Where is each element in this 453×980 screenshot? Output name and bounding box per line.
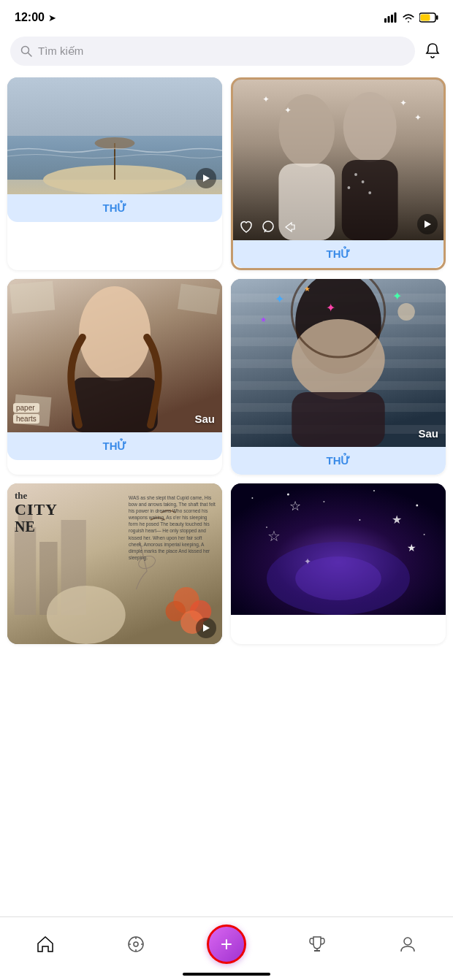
city-title: the CITY NE (15, 491, 58, 535)
svg-rect-3 (395, 12, 397, 23)
play-icon-city (196, 618, 216, 638)
svg-rect-0 (384, 18, 387, 23)
deco-star-1: ✦ (262, 94, 270, 104)
status-time: 12:00 (15, 11, 45, 24)
card-girl1: paper hearts Sau THỬ (7, 279, 222, 475)
card-city: the CITY NE WAS as she slept that Cupid … (7, 483, 222, 644)
svg-point-55 (47, 586, 126, 644)
sau-label-curly: Sau (418, 427, 438, 440)
galaxy-star-1: ☆ (289, 498, 301, 514)
paper-hearts-labels: paper hearts (13, 403, 39, 424)
svg-point-60 (251, 497, 253, 499)
svg-rect-6 (421, 15, 430, 21)
location-arrow-icon: ➤ (48, 12, 56, 23)
svg-marker-56 (203, 624, 210, 632)
wifi-icon (402, 12, 415, 23)
svg-line-8 (28, 53, 32, 57)
rainbow-star-5: ★ (260, 315, 267, 324)
search-icon (20, 45, 32, 57)
profile-icon (398, 935, 417, 954)
svg-marker-14 (203, 175, 210, 182)
svg-point-20 (354, 173, 357, 176)
try-button-girl1[interactable]: THỬ (7, 432, 222, 460)
rainbow-star-2: ★ (304, 285, 311, 293)
svg-point-67 (359, 519, 360, 521)
svg-point-22 (347, 186, 350, 189)
svg-point-23 (368, 191, 371, 194)
signal-icon (384, 12, 397, 23)
search-bar[interactable]: Tìm kiếm (10, 37, 415, 66)
reaction-icons (239, 220, 297, 234)
svg-rect-2 (391, 15, 393, 23)
card-galaxy-image: ☆ ★ ☆ ★ ✦ (231, 483, 446, 615)
card-grid: THỬ (0, 73, 453, 644)
share-icon (283, 220, 297, 234)
play-icon-couple (417, 214, 438, 234)
search-bar-container: Tìm kiếm (0, 32, 453, 73)
rainbow-star-4: ✦ (392, 289, 402, 303)
bottom-navigation: + (0, 916, 453, 980)
status-icons (384, 12, 438, 23)
svg-rect-46 (15, 527, 36, 615)
city-poem: WAS as she slept that Cupid came, His bo… (129, 494, 216, 561)
svg-point-17 (343, 92, 397, 162)
svg-rect-42 (292, 392, 384, 447)
galaxy-star-2: ★ (392, 513, 402, 527)
svg-point-63 (373, 490, 375, 491)
svg-marker-25 (425, 221, 431, 228)
card-beach-image (7, 77, 222, 194)
card-galaxy: ☆ ★ ☆ ★ ✦ (231, 483, 446, 644)
nav-add[interactable]: + (181, 925, 272, 964)
galaxy-star-3: ☆ (267, 527, 281, 545)
svg-rect-28 (72, 378, 158, 432)
svg-point-62 (323, 501, 324, 502)
rainbow-star-1: ✦ (275, 292, 284, 306)
deco-star-2: ✦ (284, 105, 292, 115)
try-button-couple[interactable]: THỬ (233, 240, 444, 268)
play-icon (196, 168, 216, 188)
svg-rect-5 (436, 15, 438, 20)
heart-icon (239, 220, 254, 234)
sau-label-girl1: Sau (194, 413, 215, 425)
card-curly-image: ✦ ★ ✦ ✦ ★ Sau (231, 279, 446, 447)
card-city-image: the CITY NE WAS as she slept that Cupid … (7, 483, 222, 644)
svg-point-13 (95, 137, 135, 149)
battery-icon (419, 12, 438, 23)
add-plus-icon: + (221, 934, 232, 954)
add-button[interactable]: + (207, 925, 246, 964)
try-button-curly[interactable]: THỬ (231, 447, 446, 475)
svg-point-69 (134, 942, 138, 946)
svg-point-41 (292, 319, 384, 399)
trophy-icon (308, 935, 327, 954)
card-couple: ✦ ✦ ✦ ✦ THỬ (231, 77, 446, 270)
svg-point-66 (424, 534, 425, 535)
search-placeholder: Tìm kiếm (38, 45, 83, 58)
svg-point-64 (416, 505, 418, 507)
svg-rect-1 (388, 16, 390, 23)
nav-home[interactable] (0, 935, 91, 954)
paper-label: paper (13, 403, 39, 413)
svg-point-61 (287, 494, 289, 496)
galaxy-star-4: ★ (407, 542, 416, 554)
home-indicator (183, 973, 270, 976)
card-girl1-image: paper hearts Sau (7, 279, 222, 432)
try-button-beach[interactable]: THỬ (7, 194, 222, 222)
nav-explore[interactable] (91, 935, 181, 954)
svg-point-24 (263, 221, 273, 231)
deco-star-3: ✦ (400, 98, 407, 108)
svg-rect-19 (342, 160, 398, 240)
svg-point-27 (79, 286, 151, 381)
nav-profile[interactable] (362, 935, 453, 954)
svg-rect-29 (9, 280, 55, 313)
rainbow-star-3: ✦ (326, 301, 335, 315)
comment-icon (261, 220, 275, 234)
notification-bell-icon[interactable] (422, 41, 443, 61)
galaxy-star-5: ✦ (304, 556, 311, 567)
card-couple-image: ✦ ✦ ✦ ✦ (233, 80, 444, 240)
status-bar: 12:00 ➤ (0, 0, 453, 32)
svg-point-72 (404, 938, 411, 945)
svg-point-44 (397, 303, 415, 321)
hearts-label: hearts (13, 414, 39, 424)
nav-trophy[interactable] (272, 935, 362, 954)
svg-point-21 (362, 180, 365, 183)
